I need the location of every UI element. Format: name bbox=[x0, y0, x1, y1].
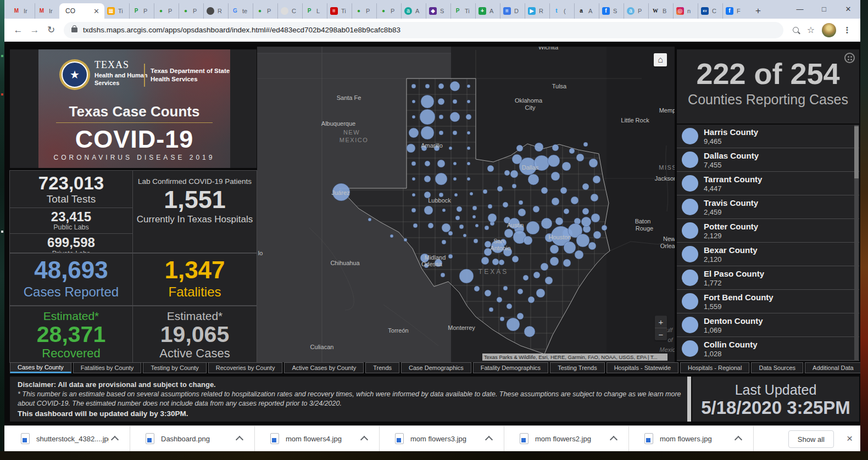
chevron-up-icon[interactable] bbox=[485, 436, 493, 444]
case-bubble[interactable] bbox=[545, 277, 553, 284]
case-bubble[interactable] bbox=[533, 272, 540, 278]
case-bubble[interactable] bbox=[593, 176, 600, 183]
chevron-up-icon[interactable] bbox=[236, 436, 243, 444]
browser-tab[interactable]: C bbox=[277, 3, 302, 19]
county-row[interactable]: Tarrant County4,447 bbox=[677, 172, 859, 195]
case-bubble[interactable] bbox=[555, 217, 563, 225]
show-all-button[interactable]: Show all bbox=[788, 430, 834, 448]
case-bubble[interactable] bbox=[551, 172, 560, 181]
case-bubble[interactable] bbox=[512, 184, 516, 188]
case-bubble[interactable] bbox=[536, 289, 545, 298]
case-bubble[interactable] bbox=[523, 275, 528, 281]
county-row[interactable]: Collin County1,028 bbox=[677, 337, 859, 361]
county-row[interactable]: Travis County2,459 bbox=[677, 195, 859, 219]
download-item[interactable]: shutterstock_4382....jpg bbox=[5, 426, 130, 451]
download-item[interactable]: mom flowers3.jpg bbox=[380, 426, 504, 451]
browser-tab[interactable]: ▶R bbox=[525, 3, 549, 19]
dashboard-tab-cases-by-county[interactable]: Cases by County bbox=[10, 362, 71, 373]
browser-tab[interactable]: ◎n bbox=[673, 3, 698, 19]
case-bubble[interactable] bbox=[550, 245, 559, 254]
case-bubble[interactable] bbox=[449, 147, 452, 150]
forward-button[interactable]: → bbox=[26, 22, 43, 38]
case-bubble[interactable] bbox=[518, 209, 526, 216]
case-bubble[interactable] bbox=[576, 154, 584, 161]
case-bubble[interactable] bbox=[467, 177, 470, 181]
county-row[interactable]: El Paso County1,772 bbox=[677, 266, 859, 290]
case-bubble[interactable] bbox=[467, 162, 470, 165]
case-bubble[interactable] bbox=[581, 217, 591, 227]
case-bubble[interactable] bbox=[504, 170, 510, 176]
case-bubble[interactable] bbox=[439, 193, 443, 197]
case-bubble[interactable] bbox=[474, 239, 478, 243]
case-bubble[interactable] bbox=[437, 160, 445, 167]
county-row[interactable]: Fort Bend County1,559 bbox=[677, 290, 859, 313]
case-bubble[interactable] bbox=[424, 176, 431, 182]
browser-tab[interactable]: fF bbox=[722, 3, 747, 19]
case-bubble[interactable] bbox=[412, 100, 415, 103]
case-bubble[interactable] bbox=[411, 84, 416, 88]
case-bubble[interactable] bbox=[533, 206, 539, 212]
browser-tab[interactable]: PTi bbox=[450, 3, 475, 19]
case-bubble[interactable] bbox=[492, 259, 499, 265]
browser-tab[interactable]: Gte bbox=[228, 3, 253, 19]
case-bubble[interactable] bbox=[503, 202, 508, 207]
case-bubble[interactable] bbox=[424, 206, 433, 215]
case-bubble[interactable] bbox=[463, 234, 466, 237]
case-bubble[interactable] bbox=[421, 95, 434, 108]
disclaimer-scrollbar[interactable] bbox=[687, 377, 691, 422]
case-bubble[interactable] bbox=[571, 197, 578, 204]
case-bubble[interactable] bbox=[435, 173, 447, 185]
case-bubble[interactable] bbox=[500, 317, 504, 321]
case-bubble[interactable] bbox=[481, 257, 489, 265]
case-bubble[interactable] bbox=[453, 177, 457, 181]
bookmark-star-icon[interactable]: ☆ bbox=[803, 23, 819, 38]
dashboard-tab-testing-trends[interactable]: Testing Trends bbox=[550, 362, 605, 373]
case-bubble[interactable] bbox=[583, 142, 588, 147]
case-bubble[interactable] bbox=[528, 174, 539, 185]
case-bubble[interactable] bbox=[582, 183, 589, 190]
case-bubble[interactable] bbox=[442, 209, 446, 212]
case-bubble[interactable] bbox=[541, 263, 548, 271]
case-bubble[interactable] bbox=[425, 84, 430, 88]
minimize-icon[interactable]: — bbox=[788, 0, 812, 18]
case-bubble[interactable] bbox=[421, 126, 434, 139]
case-bubble[interactable] bbox=[593, 231, 601, 239]
case-bubble[interactable] bbox=[450, 81, 460, 91]
case-bubble[interactable] bbox=[524, 326, 535, 337]
address-bar[interactable]: txdshs.maps.arcgis.com/apps/opsdashboard… bbox=[64, 22, 783, 38]
case-bubble[interactable] bbox=[575, 250, 583, 259]
case-bubble[interactable] bbox=[552, 144, 559, 151]
profile-avatar[interactable] bbox=[822, 23, 836, 37]
case-bubble[interactable] bbox=[562, 162, 571, 171]
county-row[interactable]: Montgomery County bbox=[677, 361, 859, 361]
browser-menu-icon[interactable]: ⋮ bbox=[839, 23, 855, 38]
zoom-in-button[interactable]: + bbox=[655, 316, 667, 328]
case-bubble[interactable] bbox=[438, 83, 444, 89]
case-bubble[interactable] bbox=[425, 161, 430, 166]
case-bubble[interactable] bbox=[564, 209, 569, 214]
case-bubble[interactable] bbox=[409, 128, 419, 138]
case-bubble[interactable] bbox=[411, 161, 416, 166]
case-bubble[interactable] bbox=[467, 131, 470, 134]
case-bubble[interactable] bbox=[413, 223, 418, 228]
browser-tab[interactable]: PL bbox=[302, 3, 327, 19]
case-bubble[interactable] bbox=[517, 313, 524, 319]
case-bubble[interactable] bbox=[441, 273, 445, 277]
browser-tab[interactable]: ≡D bbox=[500, 3, 525, 19]
case-bubble[interactable] bbox=[483, 189, 487, 194]
case-bubble[interactable] bbox=[512, 256, 519, 262]
dashboard-tab-fatalities-by-county[interactable]: Fatalities by County bbox=[73, 362, 142, 373]
browser-tab[interactable]: ●P bbox=[376, 3, 401, 19]
browser-tab[interactable]: MIr bbox=[35, 3, 59, 19]
dashboard-tab-hospitals-regional[interactable]: Hospitals - Regional bbox=[680, 362, 749, 373]
case-bubble[interactable] bbox=[472, 215, 476, 218]
case-bubble[interactable] bbox=[576, 234, 589, 247]
case-bubble[interactable] bbox=[497, 186, 503, 192]
browser-tab[interactable]: ≡Ti bbox=[327, 3, 352, 19]
browser-tab[interactable]: KVC bbox=[698, 3, 722, 19]
download-item[interactable]: mom flowers2.jpg bbox=[504, 426, 629, 451]
dashboard-tab-active-cases-by-county[interactable]: Active Cases by County bbox=[284, 362, 364, 373]
case-bubble[interactable] bbox=[455, 216, 460, 220]
browser-tab-active[interactable]: CO✕ bbox=[59, 3, 104, 19]
tab-close-icon[interactable]: ✕ bbox=[93, 7, 99, 15]
